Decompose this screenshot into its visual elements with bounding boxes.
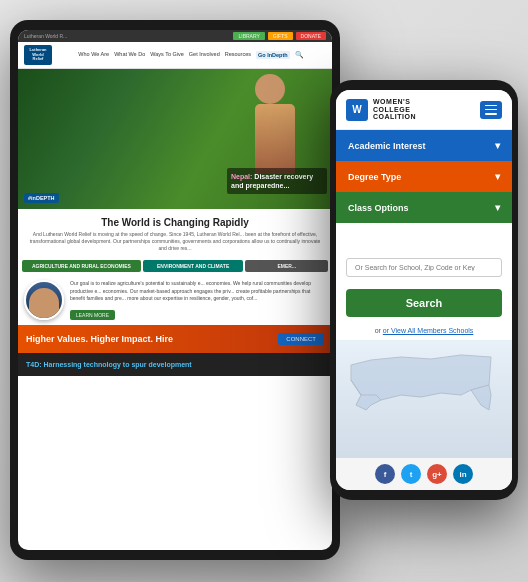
hamburger-line-3 [485, 113, 497, 114]
us-map [336, 340, 512, 458]
social-bar: f t g+ in [336, 458, 512, 490]
tablet-screen: Lutheran World R... LIBRARY GIFTS DONATE… [18, 30, 332, 550]
logo-title-line3: COALITION [373, 113, 416, 121]
world-changing-section: The World is Changing Rapidly And Luther… [18, 209, 332, 256]
phone-logo-area: W WOMEN'S COLLEGE COALITION [346, 98, 416, 121]
person-avatar [24, 280, 64, 320]
map-svg [341, 345, 501, 425]
tablet-logo: LutheranWorldRelief [24, 45, 52, 65]
view-all-link[interactable]: or View All Members Schools [383, 327, 474, 334]
logo-title-line2: COLLEGE [373, 106, 416, 114]
hero-overlay: Nepal: Disaster recovery and preparedne.… [227, 168, 327, 194]
nav-link-what[interactable]: What We Do [114, 51, 145, 59]
dropdown-arrow-class: ▾ [495, 202, 500, 213]
twitter-icon[interactable]: t [401, 464, 421, 484]
hamburger-menu-button[interactable] [480, 101, 502, 119]
indepth-badge: #inDEPTH [24, 193, 59, 203]
dropdown-label-degree: Degree Type [348, 172, 401, 182]
tablet-tabs: AGRICULTURE AND RURAL ECONOMIES ENVIRONM… [18, 256, 332, 276]
section1-text: And Lutheran World Relief is moving at t… [26, 231, 324, 252]
phone-search-area [336, 248, 512, 283]
tablet-site-name: Lutheran World R... [24, 33, 67, 39]
hamburger-line-2 [485, 109, 497, 110]
phone-device: W WOMEN'S COLLEGE COALITION Ac [330, 80, 518, 500]
school-search-input[interactable] [346, 258, 502, 277]
hamburger-line-1 [485, 105, 497, 106]
facebook-icon[interactable]: f [375, 464, 395, 484]
nav-link-get[interactable]: Get Involved [189, 51, 220, 59]
tablet-nav-links: Who We Are What We Do Ways To Give Get I… [56, 51, 326, 59]
tablet-bottom-section: T4D: Harnessing technology to spur devel… [18, 353, 332, 376]
tablet-device: Lutheran World R... LIBRARY GIFTS DONATE… [10, 20, 340, 560]
nav-link-ways[interactable]: Ways To Give [150, 51, 184, 59]
dropdown-label-class: Class Options [348, 203, 409, 213]
linkedin-icon[interactable]: in [453, 464, 473, 484]
phone-logo-text: WOMEN'S COLLEGE COALITION [373, 98, 416, 121]
hero-overlay-text: Nepal: Disaster recovery and preparedne.… [231, 172, 323, 190]
phone-dropdowns: Academic Interest ▾ Degree Type ▾ Class … [336, 130, 512, 248]
nav-link-resources[interactable]: Resources [225, 51, 251, 59]
tab-environment[interactable]: ENVIRONMENT AND CLIMATE [143, 260, 244, 272]
learn-more-button[interactable]: LEARN MORE [70, 310, 115, 320]
orange-title: Higher Values. Higher Impact. Hire [26, 334, 173, 344]
scene: Lutheran World R... LIBRARY GIFTS DONATE… [0, 0, 528, 582]
donate-button[interactable]: DONATE [296, 32, 326, 40]
connect-button[interactable]: CONNECT [278, 333, 324, 345]
google-plus-icon[interactable]: g+ [427, 464, 447, 484]
phone-logo-icon: W [346, 99, 368, 121]
dropdown-arrow-academic: ▾ [495, 140, 500, 151]
content-text: Our goal is to realize agriculture's pot… [70, 280, 326, 303]
gifts-button[interactable]: GIFTS [268, 32, 293, 40]
content-area: Our goal is to realize agriculture's pot… [70, 280, 326, 321]
dropdown-academic-interest[interactable]: Academic Interest ▾ [336, 130, 512, 161]
nav-link-indepth[interactable]: Go InDepth [256, 51, 290, 59]
tablet-top-bar: Lutheran World R... LIBRARY GIFTS DONATE [18, 30, 332, 42]
phone-screen: W WOMEN'S COLLEGE COALITION Ac [336, 90, 512, 490]
dropdown-class-options[interactable]: Class Options ▾ [336, 192, 512, 223]
phone-search-btn-area: Search [336, 283, 512, 323]
nav-link-who[interactable]: Who We Are [78, 51, 109, 59]
section1-title: The World is Changing Rapidly [26, 217, 324, 228]
view-all-text: or or View All Members Schools [336, 323, 512, 340]
dropdown-arrow-degree: ▾ [495, 171, 500, 182]
content-row: Our goal is to realize agriculture's pot… [18, 276, 332, 325]
orange-section: Higher Values. Higher Impact. Hire CONNE… [18, 325, 332, 353]
search-button[interactable]: Search [346, 289, 502, 317]
tablet-top-btns: LIBRARY GIFTS DONATE [233, 32, 326, 40]
library-button[interactable]: LIBRARY [233, 32, 264, 40]
phone-header: W WOMEN'S COLLEGE COALITION [336, 90, 512, 130]
tablet-logo-text: LutheranWorldRelief [29, 48, 46, 61]
logo-title-line1: WOMEN'S [373, 98, 416, 106]
tablet-hero-image: Nepal: Disaster recovery and preparedne.… [18, 69, 332, 209]
search-icon[interactable]: 🔍 [295, 51, 304, 59]
tab-agriculture[interactable]: AGRICULTURE AND RURAL ECONOMIES [22, 260, 141, 272]
dropdown-degree-type[interactable]: Degree Type ▾ [336, 161, 512, 192]
logo-letter: W [352, 104, 361, 115]
tablet-nav: LutheranWorldRelief Who We Are What We D… [18, 42, 332, 69]
bottom-title: T4D: Harnessing technology to spur devel… [26, 361, 324, 368]
dropdown-label-academic: Academic Interest [348, 141, 426, 151]
tab-emergency[interactable]: EMER... [245, 260, 328, 272]
